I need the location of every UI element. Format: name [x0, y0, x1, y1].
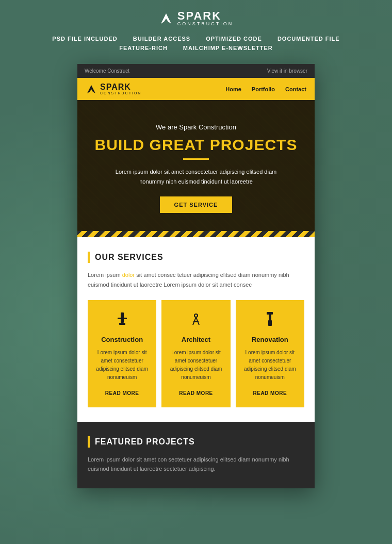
stripe-divider	[77, 231, 315, 237]
service-name-renovation: Renovation	[243, 336, 297, 343]
service-card-architect: Architect Lorem ipsum dolor sit amet con…	[161, 300, 230, 407]
email-nav-links: Home Portfolio Contact	[225, 86, 306, 92]
nav-logo-construction: CONSTRUCTION	[100, 91, 141, 95]
featured-section: FEATURED PROJECTS Lorem ipsum dolor sit …	[77, 422, 315, 488]
services-section: OUR SERVICES Lorem ipsum dolor sit amet …	[77, 237, 315, 421]
service-name-architect: Architect	[169, 336, 223, 343]
nav-logo-spark: SPARK	[100, 83, 141, 91]
top-logo: SPARK CONSTRUCTION	[159, 10, 234, 26]
email-topbar: Welcome Construct View it in browser	[77, 64, 315, 78]
feature-tag-5: MAILCHIMP E-NEWSLETTER	[183, 45, 273, 51]
email-nav: SPARK CONSTRUCTION Home Portfolio Contac…	[77, 78, 315, 100]
featured-title-bar	[88, 436, 90, 448]
nav-logo-icon	[86, 84, 97, 95]
feature-tag-2: OPTIMIZED CODE	[206, 36, 262, 42]
feature-tag-4: FEATURE-RICH	[119, 45, 168, 51]
email-hero: We are Spark Construction BUILD GREAT PR…	[77, 100, 315, 231]
featured-title: FEATURED PROJECTS	[95, 437, 195, 447]
email-nav-logo: SPARK CONSTRUCTION	[86, 83, 141, 95]
feature-tags: PSD FILE INCLUDED BUILDER ACCESS OPTIMIZ…	[46, 36, 346, 51]
hero-title: BUILD GREAT PROJECTS	[93, 136, 299, 153]
svg-rect-12	[268, 320, 272, 326]
featured-title-wrap: FEATURED PROJECTS	[88, 436, 304, 448]
nav-link-portfolio[interactable]: Portfolio	[252, 86, 275, 92]
renovation-icon	[243, 310, 297, 331]
svg-line-7	[193, 317, 196, 325]
feature-tag-3: DOCUMENTED FILE	[277, 36, 340, 42]
service-card-construction: Construction Lorem ipsum dolor sit amet …	[88, 300, 156, 407]
top-logo-construction: CONSTRUCTION	[177, 22, 234, 26]
svg-marker-1	[161, 13, 171, 24]
email-topbar-right[interactable]: View it in browser	[267, 68, 307, 74]
services-title-bar	[88, 252, 90, 263]
service-text-renovation: Lorem ipsum dolor sit amet consectetuer …	[243, 349, 297, 382]
spark-logo-icon-top	[159, 11, 173, 26]
nav-link-contact[interactable]: Contact	[285, 86, 306, 92]
hero-desc: Lorem ipsum dolor sit amet consectetuer …	[108, 167, 284, 186]
get-service-button[interactable]: GET SERVICE	[160, 196, 233, 213]
svg-rect-11	[267, 312, 273, 315]
service-link-architect[interactable]: READ MORE	[179, 390, 213, 396]
svg-marker-2	[87, 85, 95, 93]
hero-divider	[183, 158, 209, 160]
svg-point-6	[194, 314, 198, 317]
service-text-architect: Lorem ipsum dolor sit amet consectetuer …	[169, 349, 223, 382]
top-logo-spark: SPARK	[177, 10, 234, 22]
construction-icon	[95, 310, 149, 331]
feature-tag-1: BUILDER ACCESS	[133, 36, 190, 42]
svg-rect-5	[118, 318, 127, 319]
hero-subtitle: We are Spark Construction	[93, 123, 299, 131]
svg-line-8	[196, 317, 199, 325]
service-card-renovation: Renovation Lorem ipsum dolor sit amet co…	[236, 300, 304, 407]
service-link-construction[interactable]: READ MORE	[105, 390, 139, 396]
email-topbar-left: Welcome Construct	[85, 68, 129, 74]
service-link-renovation[interactable]: READ MORE	[253, 390, 287, 396]
feature-tag-0: PSD FILE INCLUDED	[52, 36, 117, 42]
services-title: OUR SERVICES	[95, 253, 164, 262]
service-name-construction: Construction	[95, 336, 149, 343]
featured-desc: Lorem ipsum dolor sit amet con sectetuer…	[88, 455, 304, 474]
services-grid: Construction Lorem ipsum dolor sit amet …	[88, 300, 304, 407]
nav-link-home[interactable]: Home	[225, 86, 241, 92]
service-text-construction: Lorem ipsum dolor sit amet consectetuer …	[95, 349, 149, 382]
architect-icon	[169, 310, 223, 331]
services-desc: Lorem ipsum dolor sit amet consec tetuer…	[88, 270, 304, 289]
services-title-wrap: OUR SERVICES	[88, 252, 304, 263]
email-mockup: Welcome Construct View it in browser SPA…	[77, 64, 315, 488]
svg-rect-4	[119, 323, 125, 325]
